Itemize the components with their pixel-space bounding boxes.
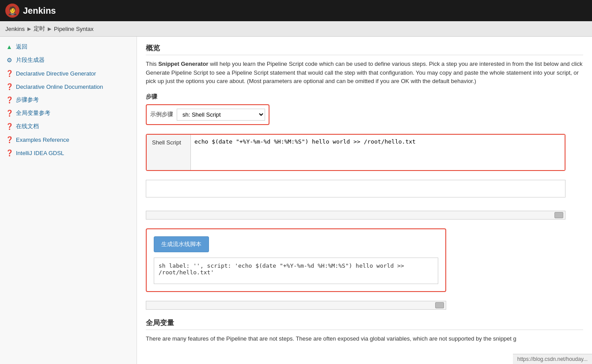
sidebar-item-global-vars[interactable]: ❓ 全局变量参考 bbox=[0, 106, 137, 120]
question-icon-6: ❓ bbox=[5, 136, 13, 144]
sidebar-item-declarative-online-doc[interactable]: ❓ Declarative Online Documentation bbox=[0, 80, 137, 93]
sidebar-item-intellij-gdsl[interactable]: ❓ IntelliJ IDEA GDSL bbox=[0, 146, 137, 159]
sidebar-item-online-doc[interactable]: ❓ 在线文档 bbox=[0, 120, 137, 133]
sidebar-item-steps-reference[interactable]: ❓ 步骤参考 bbox=[0, 93, 137, 106]
overview-description: This Snippet Generator will help you lea… bbox=[146, 60, 583, 86]
global-vars-desc: There are many features of the Pipeline … bbox=[146, 334, 583, 343]
step-selector-label: 示例步骤 bbox=[150, 110, 173, 118]
sidebar-item-snippet-label: 片段生成器 bbox=[16, 56, 45, 64]
arrow-up-icon: ▲ bbox=[5, 43, 13, 51]
question-icon-3: ❓ bbox=[5, 96, 13, 104]
scrollbar-thumb-1[interactable] bbox=[554, 212, 563, 218]
layout: ▲ 返回 ⚙ 片段生成器 ❓ Declarative Directive Gen… bbox=[0, 37, 592, 364]
question-icon-2: ❓ bbox=[5, 83, 13, 91]
jenkins-logo: 🤵 bbox=[5, 4, 19, 18]
question-icon-4: ❓ bbox=[5, 109, 13, 117]
statusbar-url: https://blog.csdn.net/houday... bbox=[517, 356, 588, 362]
desc-before: This bbox=[146, 61, 158, 67]
scrollbar-area-2[interactable] bbox=[146, 301, 446, 310]
step-selector-dropdown[interactable]: sh: Shell Script bat: Windows Batch Scri… bbox=[177, 109, 265, 121]
generate-box: 生成流水线脚本 sh label: '', script: 'echo $(da… bbox=[146, 228, 446, 292]
breadcrumb-sep-1: ▶ bbox=[27, 26, 31, 32]
shell-script-input[interactable]: echo $(date "+%Y-%m-%d %H:%M:%S") hello … bbox=[191, 135, 565, 170]
global-vars-section: 全局变量 There are many features of the Pipe… bbox=[146, 318, 583, 343]
desc-after: will help you learn the Pipeline Script … bbox=[146, 61, 583, 84]
shell-script-label: Shell Script bbox=[147, 135, 191, 170]
sidebar-item-online-doc-label: 在线文档 bbox=[16, 122, 39, 130]
sidebar-item-declarative-online-label: Declarative Online Documentation bbox=[16, 83, 103, 90]
question-icon-1: ❓ bbox=[5, 69, 13, 77]
desc-bold: Snippet Generator bbox=[158, 61, 208, 67]
global-vars-title: 全局变量 bbox=[146, 318, 583, 330]
sidebar-item-back[interactable]: ▲ 返回 bbox=[0, 40, 137, 53]
question-icon-5: ❓ bbox=[5, 122, 13, 130]
sidebar-item-back-label: 返回 bbox=[16, 43, 27, 51]
sidebar: ▲ 返回 ⚙ 片段生成器 ❓ Declarative Directive Gen… bbox=[0, 37, 137, 364]
extra-area bbox=[146, 180, 565, 197]
gear-icon: ⚙ bbox=[5, 56, 13, 64]
step-selector-box: 示例步骤 sh: Shell Script bat: Windows Batch… bbox=[146, 104, 269, 125]
question-icon-7: ❓ bbox=[5, 149, 13, 157]
scrollbar-area-1[interactable] bbox=[146, 211, 565, 220]
breadcrumb-jenkins[interactable]: Jenkins bbox=[5, 26, 25, 32]
sidebar-item-snippet-generator[interactable]: ⚙ 片段生成器 bbox=[0, 53, 137, 67]
breadcrumb-current: Pipeline Syntax bbox=[54, 26, 94, 32]
jenkins-icon: 🤵 bbox=[8, 6, 17, 15]
sidebar-item-intellij-label: IntelliJ IDEA GDSL bbox=[16, 150, 64, 156]
header: 🤵 Jenkins bbox=[0, 0, 592, 21]
scrollbar-thumb-2[interactable] bbox=[435, 302, 444, 308]
main-content: 概览 This Snippet Generator will help you … bbox=[137, 37, 592, 364]
jenkins-title: Jenkins bbox=[23, 6, 56, 16]
statusbar: https://blog.csdn.net/houday... bbox=[513, 354, 592, 364]
breadcrumb-sep-2: ▶ bbox=[48, 26, 51, 32]
sidebar-item-global-vars-label: 全局变量参考 bbox=[16, 109, 50, 117]
shell-script-container: Shell Script echo $(date "+%Y-%m-%d %H:%… bbox=[146, 134, 565, 171]
breadcrumb-dingshi[interactable]: 定时 bbox=[34, 25, 45, 33]
breadcrumb: Jenkins ▶ 定时 ▶ Pipeline Syntax bbox=[0, 21, 592, 37]
sidebar-item-declarative-directive-label: Declarative Directive Generator bbox=[16, 70, 96, 77]
generate-pipeline-button[interactable]: 生成流水线脚本 bbox=[154, 236, 209, 252]
sidebar-item-examples-ref-label: Examples Reference bbox=[16, 136, 69, 143]
sidebar-item-declarative-directive[interactable]: ❓ Declarative Directive Generator bbox=[0, 67, 137, 80]
steps-label: 步骤 bbox=[146, 93, 583, 101]
overview-title: 概览 bbox=[146, 44, 583, 55]
sidebar-item-examples-reference[interactable]: ❓ Examples Reference bbox=[0, 133, 137, 146]
sidebar-item-steps-ref-label: 步骤参考 bbox=[16, 96, 39, 104]
generated-script[interactable]: sh label: '', script: 'echo $(date "+%Y-… bbox=[154, 258, 438, 284]
